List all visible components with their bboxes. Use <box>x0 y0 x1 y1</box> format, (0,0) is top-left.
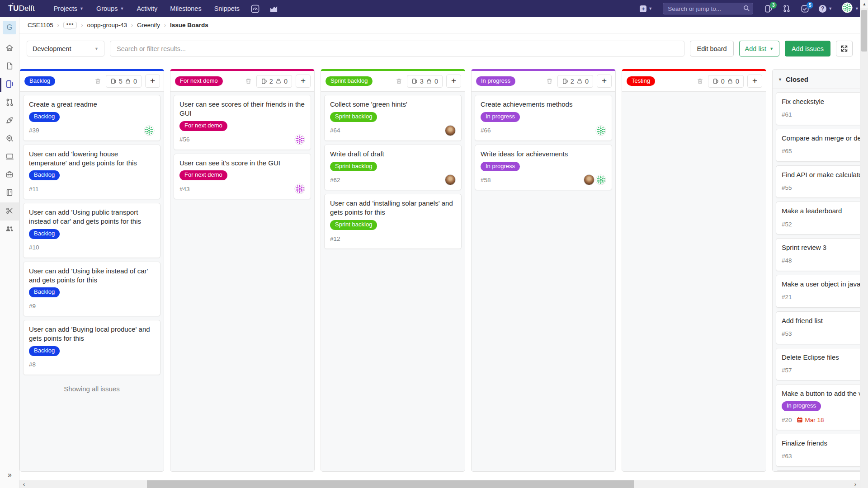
issues-dashboard-button[interactable]: 3 <box>760 2 776 16</box>
issue-card[interactable]: User can add 'Buying local produce' and … <box>23 320 160 375</box>
help-menu-button[interactable]: ? ▼ <box>816 3 835 15</box>
add-issues-button[interactable]: Add issues <box>785 41 830 56</box>
new-menu-button[interactable]: + ▼ <box>637 3 656 14</box>
global-search-input[interactable] <box>663 3 753 14</box>
issue-card[interactable]: Delete .classpath file #54 <box>776 470 860 471</box>
issue-card[interactable]: Create a great readme Backlog #39 <box>23 95 160 141</box>
add-issue-to-list-button[interactable]: + <box>145 75 160 88</box>
issue-label[interactable]: In progress <box>481 162 520 172</box>
issue-card[interactable]: User can add 'Using bike instead of car'… <box>23 262 160 317</box>
sidebar-item-ci-cd[interactable] <box>0 112 19 130</box>
sidebar-item-wiki[interactable] <box>0 184 19 202</box>
add-issue-to-list-button[interactable]: + <box>747 75 762 88</box>
scroll-right-arrow[interactable]: › <box>851 480 860 488</box>
issue-label[interactable]: Sprint backlog <box>330 112 377 122</box>
issue-label[interactable]: For next demo <box>179 170 227 180</box>
closed-column-header[interactable]: ▼ Closed <box>773 70 860 89</box>
issue-card[interactable]: Create achievements methods In progress … <box>475 95 612 141</box>
column-label[interactable]: In progress <box>476 76 515 86</box>
issue-label[interactable]: In progress <box>782 401 821 411</box>
delete-list-button[interactable] <box>244 77 253 85</box>
sidebar-item-issues[interactable] <box>0 76 19 94</box>
issue-card[interactable]: Write draft of draft Sprint backlog #62 <box>324 145 462 191</box>
breadcrumb-item-group[interactable]: CSE1105 <box>28 22 53 28</box>
issue-label[interactable]: Sprint backlog <box>330 220 377 230</box>
delete-list-button[interactable] <box>94 77 102 85</box>
sidebar-item-repository[interactable] <box>0 58 19 76</box>
scroll-left-arrow[interactable]: ‹ <box>19 480 28 488</box>
add-issue-to-list-button[interactable]: + <box>597 75 612 88</box>
column-label[interactable]: Backlog <box>24 76 55 86</box>
merge-requests-button[interactable] <box>779 2 794 15</box>
issue-card[interactable]: Fix checkstyle #61 <box>776 92 860 125</box>
issue-card[interactable]: Write ideas for achievements In progress… <box>475 145 612 191</box>
breadcrumb-item-project[interactable]: Greenify <box>137 22 160 28</box>
project-avatar[interactable]: G <box>3 21 16 34</box>
vertical-scrollbar[interactable]: ▲ <box>860 0 868 488</box>
issue-card[interactable]: Make a user object in java #21 <box>776 275 860 308</box>
issue-card[interactable]: User can see it's score in the GUI For n… <box>174 154 311 200</box>
issue-label[interactable]: Backlog <box>29 346 60 356</box>
add-issue-to-list-button[interactable]: + <box>296 75 311 88</box>
column-label[interactable]: Testing <box>627 76 655 86</box>
issue-card[interactable]: Make a button to add the vegetarian In p… <box>776 384 860 430</box>
scroll-up-arrow[interactable]: ▲ <box>860 0 868 8</box>
issue-card[interactable]: Add friend list #53 <box>776 311 860 344</box>
horizontal-scrollbar[interactable]: ‹ › <box>19 480 860 488</box>
sidebar-item-monitor[interactable] <box>0 148 19 166</box>
board-filter-input[interactable] <box>110 41 684 56</box>
vertical-scrollbar-thumb[interactable] <box>861 10 867 52</box>
issue-card[interactable]: Make a leaderboard #52 <box>776 202 860 235</box>
nav-link-groups[interactable]: Groups▼ <box>91 1 129 16</box>
nav-link-projects[interactable]: Projects▼ <box>48 1 89 16</box>
card-footer: #39 <box>29 125 155 136</box>
analytics-chart-icon[interactable] <box>265 2 282 16</box>
dashboard-gauge-icon[interactable] <box>247 2 264 16</box>
column-label[interactable]: For next demo <box>175 76 223 86</box>
column-label[interactable]: Sprint backlog <box>326 76 373 86</box>
user-menu-button[interactable]: ▼ <box>838 0 862 17</box>
delete-list-button[interactable] <box>545 77 554 85</box>
issue-card[interactable]: Sprint review 3 #48 <box>776 238 860 271</box>
board-switcher-dropdown[interactable]: Development ▼ <box>27 41 104 56</box>
sidebar-item-packages[interactable] <box>0 166 19 184</box>
todos-button[interactable]: 5 <box>797 2 813 16</box>
delete-list-button[interactable] <box>696 77 704 85</box>
breadcrumb-ellipsis-button[interactable]: ••• <box>63 22 77 28</box>
issue-card[interactable]: Collect some 'green hints' Sprint backlo… <box>324 95 462 141</box>
issue-card[interactable]: User can add 'installing solar panels' a… <box>324 194 462 249</box>
fullscreen-icon <box>840 45 848 52</box>
issue-label[interactable]: Backlog <box>29 229 60 239</box>
fullscreen-button[interactable] <box>836 41 853 56</box>
issue-label[interactable]: For next demo <box>179 121 227 131</box>
sidebar-item-merge-requests[interactable] <box>0 94 19 112</box>
breadcrumb-item-subgroup[interactable]: oopp-group-43 <box>87 22 127 28</box>
issue-card[interactable]: Finalize friends #63 <box>776 434 860 467</box>
nav-link-milestones[interactable]: Milestones <box>165 1 207 16</box>
delete-list-button[interactable] <box>395 77 403 85</box>
issue-card[interactable]: User can add 'lowering house temperature… <box>23 145 160 200</box>
issue-card[interactable]: Compare adn merge or delete old b #65 <box>776 129 860 162</box>
sidebar-collapse-toggle[interactable]: » <box>0 471 19 479</box>
column-counts: 2 0 <box>256 75 292 88</box>
issue-label[interactable]: Sprint backlog <box>330 162 377 172</box>
sidebar-item-operations[interactable] <box>0 130 19 148</box>
issue-card[interactable]: Find API or make calculator for CO2 #55 <box>776 165 860 198</box>
sidebar-item-home[interactable] <box>0 40 19 58</box>
issue-label[interactable]: Backlog <box>29 287 60 297</box>
add-issue-to-list-button[interactable]: + <box>446 75 461 88</box>
issue-card[interactable]: User can see scores of their friends in … <box>174 95 311 150</box>
edit-board-button[interactable]: Edit board <box>690 41 733 56</box>
issue-label[interactable]: Backlog <box>29 112 60 122</box>
nav-link-activity[interactable]: Activity <box>131 1 163 16</box>
tudelft-logo[interactable]: TUDelft <box>8 4 35 13</box>
issue-label[interactable]: In progress <box>481 112 520 122</box>
issue-card[interactable]: User can add 'Using public transport ins… <box>23 203 160 258</box>
issue-card[interactable]: Delete Eclipse files #57 <box>776 348 860 381</box>
sidebar-item-snippets[interactable] <box>0 202 19 221</box>
sidebar-item-members[interactable] <box>0 221 19 239</box>
add-list-button[interactable]: Add list▼ <box>739 41 779 56</box>
horizontal-scrollbar-thumb[interactable] <box>147 480 634 488</box>
issue-label[interactable]: Backlog <box>29 170 60 180</box>
nav-link-snippets[interactable]: Snippets <box>209 1 245 16</box>
